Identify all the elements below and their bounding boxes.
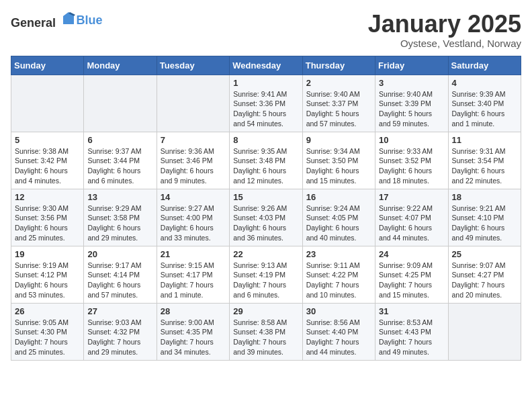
calendar-cell: 21Sunrise: 9:15 AM Sunset: 4:17 PM Dayli…	[157, 246, 229, 303]
weekday-header-friday: Friday	[375, 56, 448, 75]
day-info: Sunrise: 9:27 AM Sunset: 4:00 PM Dayligh…	[161, 203, 226, 243]
day-number: 15	[233, 192, 298, 202]
day-number: 13	[87, 192, 152, 202]
day-number: 3	[379, 78, 444, 88]
calendar-cell: 27Sunrise: 9:03 AM Sunset: 4:32 PM Dayli…	[84, 303, 157, 360]
weekday-header-saturday: Saturday	[448, 56, 521, 75]
day-number: 31	[379, 306, 444, 316]
logo-icon	[60, 11, 77, 27]
day-number: 16	[306, 192, 371, 202]
calendar-cell: 2Sunrise: 9:40 AM Sunset: 3:37 PM Daylig…	[302, 75, 375, 132]
day-info: Sunrise: 9:38 AM Sunset: 3:42 PM Dayligh…	[15, 146, 80, 186]
day-number: 20	[87, 249, 152, 259]
day-number: 25	[452, 249, 517, 259]
calendar-cell	[157, 75, 229, 132]
day-number: 2	[306, 78, 371, 88]
calendar-cell: 10Sunrise: 9:33 AM Sunset: 3:52 PM Dayli…	[375, 132, 448, 189]
page-header: General Blue January 2025 Oystese, Vestl…	[11, 11, 521, 49]
title-block: January 2025 Oystese, Vestland, Norway	[368, 11, 521, 49]
calendar-cell: 8Sunrise: 9:35 AM Sunset: 3:48 PM Daylig…	[230, 132, 302, 189]
day-info: Sunrise: 9:35 AM Sunset: 3:48 PM Dayligh…	[233, 146, 298, 186]
calendar-cell: 28Sunrise: 9:00 AM Sunset: 4:35 PM Dayli…	[157, 303, 229, 360]
calendar-cell: 30Sunrise: 8:56 AM Sunset: 4:40 PM Dayli…	[302, 303, 375, 360]
day-info: Sunrise: 8:56 AM Sunset: 4:40 PM Dayligh…	[306, 318, 371, 357]
day-info: Sunrise: 9:41 AM Sunset: 3:36 PM Dayligh…	[233, 89, 298, 129]
calendar-cell: 19Sunrise: 9:19 AM Sunset: 4:12 PM Dayli…	[11, 246, 84, 303]
day-info: Sunrise: 9:15 AM Sunset: 4:17 PM Dayligh…	[161, 261, 226, 300]
day-number: 14	[161, 192, 226, 202]
day-info: Sunrise: 9:30 AM Sunset: 3:56 PM Dayligh…	[15, 203, 80, 243]
week-row-3: 12Sunrise: 9:30 AM Sunset: 3:56 PM Dayli…	[11, 189, 521, 246]
month-title: January 2025	[368, 11, 521, 38]
weekday-header-wednesday: Wednesday	[230, 56, 302, 75]
logo-general: General	[11, 16, 56, 30]
weekday-header-monday: Monday	[84, 56, 157, 75]
logo-blue: Blue	[77, 13, 103, 27]
day-info: Sunrise: 9:36 AM Sunset: 3:46 PM Dayligh…	[161, 146, 226, 186]
week-row-1: 1Sunrise: 9:41 AM Sunset: 3:36 PM Daylig…	[11, 75, 521, 132]
day-number: 21	[161, 249, 226, 259]
day-number: 10	[379, 135, 444, 145]
calendar-cell: 1Sunrise: 9:41 AM Sunset: 3:36 PM Daylig…	[230, 75, 302, 132]
calendar-cell: 9Sunrise: 9:34 AM Sunset: 3:50 PM Daylig…	[302, 132, 375, 189]
day-info: Sunrise: 8:53 AM Sunset: 4:43 PM Dayligh…	[379, 318, 444, 357]
day-number: 7	[161, 135, 226, 145]
day-info: Sunrise: 8:58 AM Sunset: 4:38 PM Dayligh…	[233, 318, 298, 357]
day-info: Sunrise: 9:26 AM Sunset: 4:03 PM Dayligh…	[233, 203, 298, 243]
calendar-cell: 14Sunrise: 9:27 AM Sunset: 4:00 PM Dayli…	[157, 189, 229, 246]
day-info: Sunrise: 9:40 AM Sunset: 3:39 PM Dayligh…	[379, 89, 444, 129]
day-number: 11	[452, 135, 517, 145]
day-info: Sunrise: 9:03 AM Sunset: 4:32 PM Dayligh…	[87, 318, 152, 357]
calendar-cell: 12Sunrise: 9:30 AM Sunset: 3:56 PM Dayli…	[11, 189, 84, 246]
day-info: Sunrise: 9:24 AM Sunset: 4:05 PM Dayligh…	[306, 203, 371, 243]
calendar-cell: 31Sunrise: 8:53 AM Sunset: 4:43 PM Dayli…	[375, 303, 448, 360]
day-number: 24	[379, 249, 444, 259]
day-info: Sunrise: 9:05 AM Sunset: 4:30 PM Dayligh…	[15, 318, 80, 357]
weekday-header-thursday: Thursday	[302, 56, 375, 75]
day-number: 23	[306, 249, 371, 259]
day-number: 5	[15, 135, 80, 145]
day-info: Sunrise: 9:07 AM Sunset: 4:27 PM Dayligh…	[452, 261, 517, 300]
calendar-cell: 20Sunrise: 9:17 AM Sunset: 4:14 PM Dayli…	[84, 246, 157, 303]
weekday-header-row: SundayMondayTuesdayWednesdayThursdayFrid…	[11, 56, 521, 75]
calendar-cell: 26Sunrise: 9:05 AM Sunset: 4:30 PM Dayli…	[11, 303, 84, 360]
calendar-cell: 5Sunrise: 9:38 AM Sunset: 3:42 PM Daylig…	[11, 132, 84, 189]
day-number: 9	[306, 135, 371, 145]
day-number: 26	[15, 306, 80, 316]
day-number: 4	[452, 78, 517, 88]
week-row-4: 19Sunrise: 9:19 AM Sunset: 4:12 PM Dayli…	[11, 246, 521, 303]
day-info: Sunrise: 9:19 AM Sunset: 4:12 PM Dayligh…	[15, 261, 80, 300]
calendar-cell	[84, 75, 157, 132]
day-info: Sunrise: 9:09 AM Sunset: 4:25 PM Dayligh…	[379, 261, 444, 300]
day-info: Sunrise: 9:00 AM Sunset: 4:35 PM Dayligh…	[161, 318, 226, 357]
calendar-cell: 25Sunrise: 9:07 AM Sunset: 4:27 PM Dayli…	[448, 246, 521, 303]
calendar-cell: 6Sunrise: 9:37 AM Sunset: 3:44 PM Daylig…	[84, 132, 157, 189]
calendar-cell: 24Sunrise: 9:09 AM Sunset: 4:25 PM Dayli…	[375, 246, 448, 303]
day-number: 19	[15, 249, 80, 259]
location-title: Oystese, Vestland, Norway	[368, 38, 521, 49]
day-number: 30	[306, 306, 371, 316]
day-info: Sunrise: 9:21 AM Sunset: 4:10 PM Dayligh…	[452, 203, 517, 243]
day-number: 28	[161, 306, 226, 316]
day-number: 27	[87, 306, 152, 316]
calendar-cell	[448, 303, 521, 360]
weekday-header-sunday: Sunday	[11, 56, 84, 75]
day-info: Sunrise: 9:39 AM Sunset: 3:40 PM Dayligh…	[452, 89, 517, 129]
calendar-table: SundayMondayTuesdayWednesdayThursdayFrid…	[11, 56, 521, 361]
day-info: Sunrise: 9:29 AM Sunset: 3:58 PM Dayligh…	[87, 203, 152, 243]
calendar-cell: 15Sunrise: 9:26 AM Sunset: 4:03 PM Dayli…	[230, 189, 302, 246]
calendar-cell: 16Sunrise: 9:24 AM Sunset: 4:05 PM Dayli…	[302, 189, 375, 246]
day-number: 17	[379, 192, 444, 202]
day-info: Sunrise: 9:13 AM Sunset: 4:19 PM Dayligh…	[233, 261, 298, 300]
day-info: Sunrise: 9:11 AM Sunset: 4:22 PM Dayligh…	[306, 261, 371, 300]
calendar-cell: 13Sunrise: 9:29 AM Sunset: 3:58 PM Dayli…	[84, 189, 157, 246]
logo: General Blue	[11, 11, 103, 30]
day-info: Sunrise: 9:37 AM Sunset: 3:44 PM Dayligh…	[87, 146, 152, 186]
day-info: Sunrise: 9:17 AM Sunset: 4:14 PM Dayligh…	[87, 261, 152, 300]
day-info: Sunrise: 9:33 AM Sunset: 3:52 PM Dayligh…	[379, 146, 444, 186]
day-info: Sunrise: 9:31 AM Sunset: 3:54 PM Dayligh…	[452, 146, 517, 186]
day-number: 8	[233, 135, 298, 145]
day-number: 12	[15, 192, 80, 202]
day-number: 6	[87, 135, 152, 145]
calendar-cell: 23Sunrise: 9:11 AM Sunset: 4:22 PM Dayli…	[302, 246, 375, 303]
